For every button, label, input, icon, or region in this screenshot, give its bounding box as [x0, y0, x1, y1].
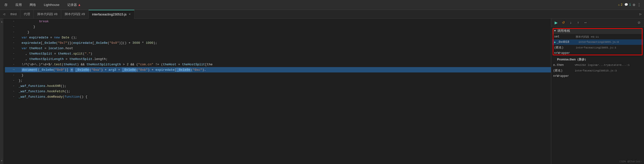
domready-text: _waf_functions.domReady(function() { [16, 95, 88, 99]
line-content: var expiredate = new Date (); [16, 36, 549, 40]
left-gutter-scroll: ▲ ▼ [0, 18, 4, 164]
callstack-container: ▼ 调用堆栈 set 脚本代码段 #9:11 ▶ _0x4818 interfa… [552, 28, 643, 56]
line-content: }; [16, 79, 549, 82]
callstack-file-anonymous: interfaceacting23055.js:3 [576, 46, 616, 49]
tab-close-button[interactable]: ✕ [128, 13, 131, 16]
tab-proxy[interactable]: 代理 [20, 10, 34, 18]
callstack-item-0x4818[interactable]: ▶ _0x4818 interfaceacting23055.js:6 [552, 40, 643, 45]
expire-call-text: expiredate[_0x1e8e("0x7")](expiredate[_0… [16, 41, 157, 45]
warning-count: 2 [621, 3, 622, 6]
tab-more-button[interactable]: ▷ [637, 12, 644, 16]
menu-network[interactable]: 网络 [28, 2, 38, 8]
brace-text: } [16, 25, 35, 29]
line-minus: - [12, 84, 16, 88]
line-content: _waf_functions.hookFetch(); [16, 90, 549, 93]
code-line-brace3: - } [5, 72, 551, 78]
code-line-hookfetch: - _waf_functions.hookFetch(); [5, 88, 551, 94]
equals-highlight: = [70, 68, 73, 72]
tab-bar: ◁ third 代理 脚本代码段 #8 脚本代码段 #9 interfaceac… [0, 10, 644, 18]
tab-proxy-label: 代理 [24, 12, 30, 16]
callstack-name-nrwrapper: nrWrapper [554, 52, 574, 55]
more-icon[interactable]: ⋮ [637, 2, 641, 7]
line-minus: - [12, 41, 16, 44]
tab-snippet8[interactable]: 脚本代码段 #8 [34, 10, 61, 18]
tab-interface[interactable]: interfaceacting230515.js ✕ [89, 10, 134, 18]
callstack-item-othen[interactable]: o.then VM42292 login&r...try&state=6...:… [551, 62, 644, 68]
brace4-text: }; [16, 79, 22, 82]
tab-third[interactable]: third [7, 10, 20, 18]
code-line-break: - break [5, 18, 551, 24]
tab-snippet9[interactable]: 脚本代码段 #9 [61, 10, 89, 18]
document-highlight: document [22, 68, 38, 72]
callstack-name-anonymous: (匿名) [554, 46, 574, 50]
code-line-domready: - _waf_functions.domReady(function() { [5, 94, 551, 100]
right-panel: ▶ ↺ ↓ ↑ ↔ ⊘ ▼ 调用堆栈 set 脚本代码段 #9:11 ▶ _0x [551, 18, 644, 164]
sidebar-toggle-button[interactable]: ◁ [1, 12, 7, 16]
line-minus: - [12, 36, 16, 39]
callstack-item-set[interactable]: set 脚本代码段 #9:11 [552, 34, 643, 40]
menu-apps[interactable]: 应用 [14, 2, 23, 8]
line-minus: - [12, 90, 16, 93]
chat-count: 1 [629, 3, 631, 6]
0xc-highlight: _0x1e8e [176, 68, 191, 72]
0xa-highlight: _0x1e8e [75, 68, 90, 72]
scroll-up-button[interactable]: ▲ [0, 20, 4, 24]
line-content: expiredate[_0x1e8e("0x7")](expiredate[_0… [16, 41, 549, 45]
callstack-name-0x4818: _0x4818 [557, 40, 576, 44]
hookfetch-text: _waf_functions.hookFetch(); [16, 90, 70, 93]
menu-recorder[interactable]: 记录器 ▲ [66, 2, 82, 8]
scroll-down-button[interactable]: ▼ [0, 158, 4, 163]
code-line-regex: - !/^(\d+\.)*\d+$/.test(theHost) && theH… [5, 62, 551, 67]
code-lines-container: - break - } - } [0, 18, 551, 164]
main-area: ▲ ▼ - break - } [0, 18, 644, 164]
line-content: } [16, 25, 549, 29]
callstack-header[interactable]: ▼ 调用堆栈 [552, 28, 643, 34]
step-into-button[interactable]: ↓ [568, 20, 574, 26]
tab-third-label: third [10, 12, 16, 16]
line-minus: - [12, 63, 16, 66]
code-line-thehostsplit: - , theHostSplit = theHost.split(".") [5, 51, 551, 56]
menu-store[interactable]: 存 [3, 2, 9, 8]
menu-warning-area: ⚠ 2 💬 1 ⚙ ⋮ [618, 2, 641, 7]
warning-badge[interactable]: ⚠ 2 [618, 3, 622, 6]
line-minus: - [12, 30, 16, 34]
line-minus: - [12, 79, 16, 82]
line-minus: - [12, 25, 16, 28]
line-content: var theHost = location.host [16, 46, 549, 50]
line-content: !/^(\d+\.)*\d+$/.test(theHost) && theHos… [16, 63, 549, 66]
line-minus: - [12, 52, 16, 55]
callstack-name-othen: o.then [553, 64, 573, 67]
callstack-item-anonymous2[interactable]: (匿名) interfaceacting230515.js:3 [551, 68, 644, 74]
resume-button[interactable]: ▶ [553, 20, 559, 26]
step-button[interactable]: ↔ [582, 20, 588, 26]
callstack-file-set: 脚本代码段 #9:11 [576, 35, 599, 39]
callstack-name-anonymous2: (匿名) [553, 68, 573, 73]
menu-bar: 存 应用 网络 Lighthouse 记录器 ▲ ⚠ 2 💬 1 ⚙ ⋮ [0, 0, 644, 10]
code-panel: ▲ ▼ - break - } [0, 18, 551, 164]
code-line-brace1: - } [5, 24, 551, 29]
code-line-document: → document[_0x1e8e("0x9")] = _0x1e8e("0x… [5, 67, 551, 72]
code-line-brace4: - }; [5, 78, 551, 83]
menu-lighthouse[interactable]: Lighthouse [42, 2, 61, 8]
step-over-button[interactable]: ↺ [560, 20, 566, 26]
callstack-item-nrwrapper2[interactable]: nrWrapper [551, 74, 644, 79]
code-line-expiredate: - var expiredate = new Date (); [5, 35, 551, 40]
callstack-item-anonymous[interactable]: (匿名) interfaceacting23055.js:3 [552, 45, 643, 50]
callstack-name-nrwrapper2: nrWrapper [553, 74, 573, 78]
active-debug-arrow: ▶ [554, 40, 556, 44]
debug-toolbar: ▶ ↺ ↓ ↑ ↔ ⊘ [551, 18, 644, 27]
callstack-item-nrwrapper[interactable]: nrWrapper [552, 50, 643, 56]
line-minus: - [12, 46, 16, 50]
gear-icon[interactable]: ⚙ [633, 2, 635, 7]
tab-interface-label: interfaceacting230515.js [92, 12, 126, 16]
thehostsplit-text: , theHostSplit = theHost.split(".") [16, 52, 92, 56]
chat-badge[interactable]: 💬 1 [624, 3, 631, 6]
tab-snippet8-label: 脚本代码段 #8 [37, 12, 58, 16]
chat-icon: 💬 [624, 3, 628, 6]
line-content: _waf_functions.domReady(function() { [16, 95, 549, 99]
code-line-hookxhr: - _waf_functions.hookXHR(); [5, 83, 551, 88]
deactivate-button[interactable]: ⊘ [636, 20, 642, 26]
line-minus: - [12, 74, 16, 77]
code-line-thehostsplitlen: - , theHostSplitLength = theHostSplit.le… [5, 56, 551, 62]
step-out-button[interactable]: ↑ [575, 20, 581, 26]
